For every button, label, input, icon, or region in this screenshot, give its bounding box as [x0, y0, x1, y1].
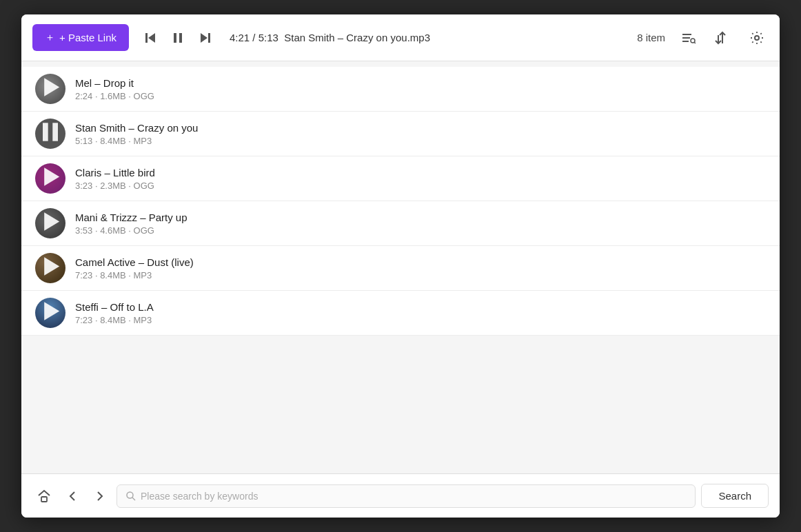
track-meta: 5:13 · 8.4MB · MP3 [75, 136, 766, 146]
pause-icon [35, 119, 65, 149]
track-title: Mani & Trizzz – Party up [75, 212, 766, 223]
app-window: ＋ + Paste Link [21, 14, 780, 518]
transport-controls [140, 28, 216, 48]
track-info: Camel Active – Dust (live) 7:23 · 8.4MB … [75, 256, 766, 280]
track-avatar [35, 253, 65, 283]
pause-button[interactable] [168, 28, 188, 48]
track-meta: 3:53 · 4.6MB · OGG [75, 225, 766, 236]
list-item[interactable]: Steffi – Off to L.A 7:23 · 8.4MB · MP3 [21, 291, 780, 336]
track-info: Stan Smith – Crazy on you 5:13 · 8.4MB ·… [75, 122, 766, 146]
paste-link-label: + Paste Link [59, 32, 116, 43]
sort-button[interactable] [711, 28, 734, 48]
svg-point-13 [755, 36, 759, 40]
prev-button[interactable] [140, 28, 161, 48]
search-input[interactable] [141, 491, 687, 502]
item-count: 8 item [637, 32, 665, 43]
playback-time: 4:21 / 5:13 Stan Smith – Crazy on you.mp… [230, 32, 430, 43]
svg-point-9 [691, 39, 695, 43]
paste-link-button[interactable]: ＋ + Paste Link [32, 24, 129, 51]
svg-rect-16 [52, 123, 58, 141]
track-info: Steffi – Off to L.A 7:23 · 8.4MB · MP3 [75, 301, 766, 325]
track-meta: 2:24 · 1.6MB · OGG [75, 91, 766, 101]
search-icon [125, 491, 136, 502]
track-avatar [35, 119, 65, 149]
svg-marker-19 [44, 257, 59, 275]
search-bar: Search [21, 473, 780, 518]
svg-marker-18 [44, 212, 59, 230]
track-title: Claris – Little bird [75, 167, 766, 178]
track-meta: 7:23 · 8.4MB · MP3 [75, 315, 766, 325]
svg-rect-3 [179, 33, 182, 43]
search-list-button[interactable] [676, 28, 700, 48]
play-icon [35, 253, 65, 283]
play-icon [35, 208, 65, 238]
track-avatar [35, 208, 65, 238]
paste-plus-icon: ＋ [45, 31, 55, 44]
track-info: Mani & Trizzz – Party up 3:53 · 4.6MB · … [75, 212, 766, 236]
svg-rect-2 [174, 33, 176, 43]
play-icon [35, 74, 65, 104]
svg-point-22 [127, 492, 133, 498]
svg-marker-0 [148, 33, 155, 43]
track-avatar [35, 298, 65, 328]
list-item[interactable]: Mani & Trizzz – Party up 3:53 · 4.6MB · … [21, 201, 780, 246]
track-info: Mel – Drop it 2:24 · 1.6MB · OGG [75, 77, 766, 101]
svg-line-10 [694, 42, 696, 43]
back-button[interactable] [61, 485, 83, 507]
play-icon [35, 298, 65, 328]
list-item[interactable]: Camel Active – Dust (live) 7:23 · 8.4MB … [21, 246, 780, 291]
svg-rect-21 [41, 497, 47, 502]
track-title: Stan Smith – Crazy on you [75, 122, 766, 134]
list-item[interactable]: Mel – Drop it 2:24 · 1.6MB · OGG [21, 67, 780, 112]
track-title: Steffi – Off to L.A [75, 301, 766, 313]
list-item[interactable]: Claris – Little bird 3:23 · 2.3MB · OGG [21, 156, 780, 201]
playlist-container: Mel – Drop it 2:24 · 1.6MB · OGG Stan Sm… [21, 61, 780, 473]
settings-button[interactable] [745, 28, 769, 48]
list-item[interactable]: Stan Smith – Crazy on you 5:13 · 8.4MB ·… [21, 112, 780, 156]
svg-marker-20 [44, 302, 59, 320]
svg-marker-14 [44, 78, 59, 96]
search-button[interactable]: Search [701, 484, 769, 508]
svg-rect-15 [43, 123, 48, 141]
track-avatar [35, 74, 65, 104]
svg-rect-1 [145, 33, 148, 43]
track-title: Camel Active – Dust (live) [75, 256, 766, 268]
svg-rect-5 [208, 33, 210, 43]
forward-button[interactable] [89, 485, 111, 507]
track-avatar [35, 163, 65, 194]
svg-line-23 [132, 498, 135, 500]
toolbar: ＋ + Paste Link [21, 14, 780, 61]
track-info: Claris – Little bird 3:23 · 2.3MB · OGG [75, 167, 766, 191]
track-meta: 7:23 · 8.4MB · MP3 [75, 270, 766, 280]
play-icon [35, 163, 65, 194]
track-title: Mel – Drop it [75, 77, 766, 89]
next-button[interactable] [195, 28, 216, 48]
home-button[interactable] [32, 484, 56, 508]
search-input-wrap [116, 484, 696, 508]
svg-marker-4 [201, 33, 207, 43]
svg-marker-17 [44, 167, 59, 185]
track-meta: 3:23 · 2.3MB · OGG [75, 181, 766, 191]
